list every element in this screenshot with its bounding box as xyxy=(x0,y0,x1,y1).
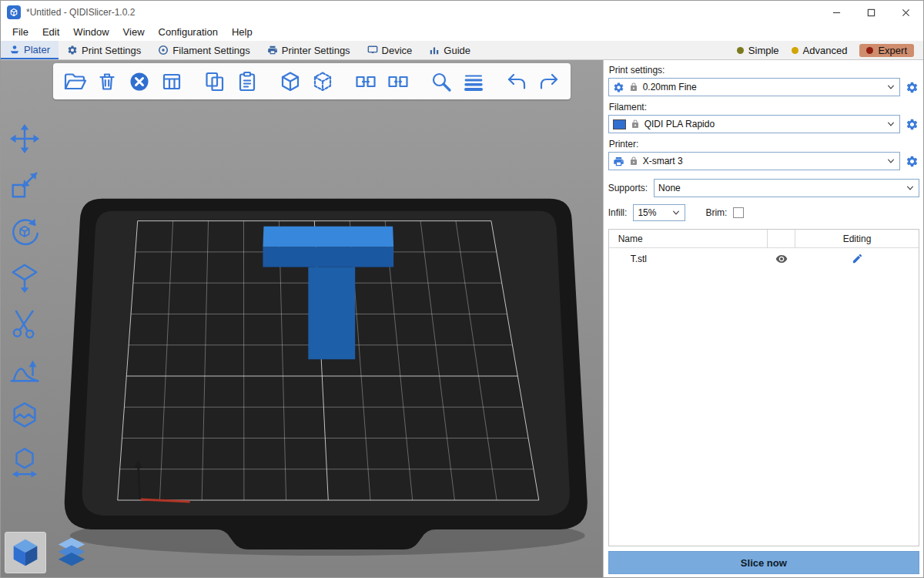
tab-device[interactable]: Device xyxy=(359,41,421,59)
view-switcher xyxy=(5,532,92,573)
app-logo-icon xyxy=(7,5,21,19)
column-visibility xyxy=(768,230,795,247)
filament-label: Filament: xyxy=(609,102,919,113)
menu-file[interactable]: File xyxy=(5,24,35,41)
gizmo-toolbar xyxy=(7,122,42,479)
device-icon xyxy=(367,45,378,55)
mode-advanced[interactable]: Advanced xyxy=(792,45,848,56)
title-bar: *Untitled - QIDISlicer-1.0.2 xyxy=(1,1,923,24)
supports-value: None xyxy=(658,183,681,193)
printer-value: X-smart 3 xyxy=(643,156,683,166)
app-window: *Untitled - QIDISlicer-1.0.2 File Edit W… xyxy=(0,0,924,578)
menu-edit[interactable]: Edit xyxy=(35,24,66,41)
infill-combo[interactable]: 15% xyxy=(633,204,685,221)
tab-printer-settings[interactable]: Printer Settings xyxy=(259,41,359,59)
column-editing: Editing xyxy=(795,230,919,247)
chevron-down-icon xyxy=(886,82,896,92)
add-instance-button[interactable] xyxy=(276,68,304,96)
mode-simple[interactable]: Simple xyxy=(737,45,779,56)
filament-value: QIDI PLA Rapido xyxy=(644,119,715,129)
build-plate-scene[interactable] xyxy=(1,60,603,577)
viewport-3d[interactable] xyxy=(1,60,603,577)
chevron-down-icon xyxy=(671,208,681,217)
filament-settings-icon xyxy=(158,45,169,55)
infill-label: Infill: xyxy=(608,207,628,218)
simple-dot-icon xyxy=(737,47,744,54)
tab-filament-settings[interactable]: Filament Settings xyxy=(149,41,258,59)
object-row-t-stl[interactable]: T.stl xyxy=(609,248,919,269)
seam-tool-button[interactable] xyxy=(7,399,42,433)
brim-label: Brim: xyxy=(705,207,727,218)
minimize-button[interactable] xyxy=(819,1,854,24)
filament-color-swatch xyxy=(613,119,626,129)
advanced-dot-icon xyxy=(792,47,798,54)
cut-tool-button[interactable] xyxy=(7,307,42,341)
lock-icon xyxy=(629,156,638,166)
mode-selector: Simple Advanced Expert xyxy=(737,41,923,59)
print-settings-gear-button[interactable] xyxy=(904,79,919,95)
mode-expert[interactable]: Expert xyxy=(859,44,914,57)
split-to-objects-button[interactable] xyxy=(352,68,380,96)
menu-bar: File Edit Window View Configuration Help xyxy=(1,24,923,41)
chevron-down-icon xyxy=(886,119,896,129)
expert-dot-icon xyxy=(866,47,873,54)
printer-combo[interactable]: X-smart 3 xyxy=(608,152,900,170)
eye-icon[interactable] xyxy=(775,253,788,265)
tab-plater[interactable]: Plater xyxy=(1,41,59,59)
gear-icon xyxy=(613,82,624,93)
open-folder-button[interactable] xyxy=(61,68,89,96)
copy-button[interactable] xyxy=(201,68,229,96)
tab-guide[interactable]: Guide xyxy=(420,41,479,59)
scale-tool-button[interactable] xyxy=(7,168,42,202)
paint-supports-tool-button[interactable] xyxy=(7,353,42,387)
object-list: Name Editing T.stl xyxy=(608,229,919,546)
menu-help[interactable]: Help xyxy=(225,24,259,41)
split-to-parts-button[interactable] xyxy=(384,68,412,96)
lock-icon xyxy=(631,119,640,129)
print-settings-icon xyxy=(67,45,78,55)
filament-combo[interactable]: QIDI PLA Rapido xyxy=(608,115,900,133)
layers-preview-icon xyxy=(54,535,89,570)
supports-label: Supports: xyxy=(608,183,648,193)
print-settings-combo[interactable]: 0.20mm Fine xyxy=(608,78,900,96)
arrange-button[interactable] xyxy=(158,68,186,96)
delete-all-button[interactable] xyxy=(126,68,153,96)
edit-icon[interactable] xyxy=(852,253,863,264)
close-button[interactable] xyxy=(889,1,923,24)
move-tool-button[interactable] xyxy=(7,122,42,156)
printer-gear-button[interactable] xyxy=(904,153,919,169)
object-name: T.stl xyxy=(609,248,768,269)
settings-sidebar: Print settings: 0.20mm Fine Filament: QI… xyxy=(603,60,923,577)
menu-window[interactable]: Window xyxy=(66,24,116,41)
printer-icon xyxy=(613,156,624,167)
undo-button[interactable] xyxy=(503,68,531,96)
printer-settings-icon xyxy=(267,45,278,55)
editor-view-button[interactable] xyxy=(5,532,46,573)
tab-print-settings[interactable]: Print Settings xyxy=(59,41,149,59)
measure-tool-button[interactable] xyxy=(7,445,42,479)
menu-configuration[interactable]: Configuration xyxy=(152,24,225,41)
remove-instance-button[interactable] xyxy=(309,68,336,96)
paste-button[interactable] xyxy=(233,68,261,96)
chevron-down-icon xyxy=(886,156,896,166)
place-on-face-tool-button[interactable] xyxy=(7,260,42,294)
infill-value: 15% xyxy=(638,207,656,218)
3d-editor-icon xyxy=(8,535,43,570)
brim-checkbox[interactable] xyxy=(733,207,744,218)
variable-layer-height-button[interactable] xyxy=(460,68,487,96)
guide-icon xyxy=(429,45,440,55)
chevron-down-icon xyxy=(906,183,915,193)
search-button[interactable] xyxy=(427,68,455,96)
supports-combo[interactable]: None xyxy=(654,179,919,197)
rotate-tool-button[interactable] xyxy=(7,214,42,248)
redo-button[interactable] xyxy=(535,68,563,96)
slice-now-button[interactable]: Slice now xyxy=(608,551,919,574)
preview-view-button[interactable] xyxy=(51,532,92,573)
delete-button[interactable] xyxy=(93,68,121,96)
column-name: Name xyxy=(609,230,768,247)
window-title: *Untitled - QIDISlicer-1.0.2 xyxy=(26,7,135,18)
object-list-header: Name Editing xyxy=(609,230,919,248)
filament-gear-button[interactable] xyxy=(904,116,919,132)
maximize-button[interactable] xyxy=(854,1,889,24)
menu-view[interactable]: View xyxy=(116,24,152,41)
